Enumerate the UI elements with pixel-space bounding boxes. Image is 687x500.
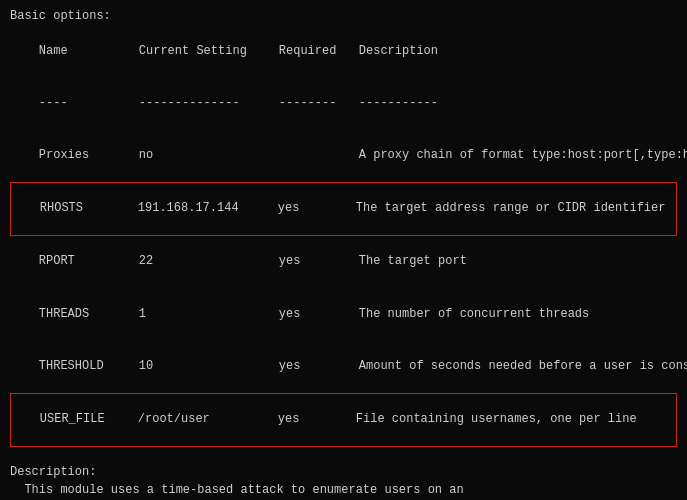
table-row-rhosts: RHOSTS191.168.17.144yesThe target addres… xyxy=(10,182,677,236)
table-row-userfile: USER_FILE/root/useryesFile containing us… xyxy=(10,393,677,447)
terminal-window: Basic options: NameCurrent SettingRequir… xyxy=(10,8,677,500)
table-header: NameCurrent SettingRequiredDescription xyxy=(10,25,677,77)
table-separator: ------------------------------------- xyxy=(10,78,677,130)
spacer1 xyxy=(10,447,677,464)
table-row-rport: RPORT22yesThe target port xyxy=(10,236,677,288)
table-row-threads: THREADS1yesThe number of concurrent thre… xyxy=(10,288,677,340)
table-row-threshold: THRESHOLD10yesAmount of seconds needed b… xyxy=(10,340,677,392)
description-label: Description: xyxy=(10,464,677,481)
basic-options-label: Basic options: xyxy=(10,8,677,25)
table-row-proxies: ProxiesnoA proxy chain of format type:ho… xyxy=(10,130,677,182)
description-line1: This module uses a time-based attack to … xyxy=(10,482,677,499)
